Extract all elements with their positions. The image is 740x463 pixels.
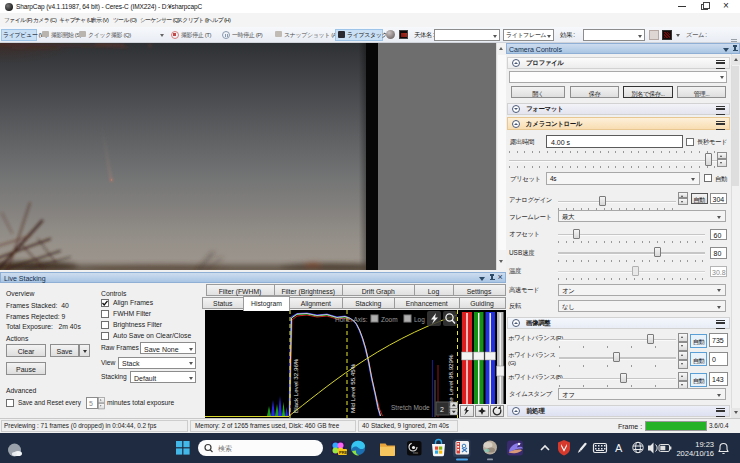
svg-text:Stretch Mode: Stretch Mode: [391, 404, 430, 411]
svg-text:Black Level 32.96%: Black Level 32.96%: [292, 358, 299, 413]
svg-text:2024/10/16: 2024/10/16: [676, 449, 714, 458]
svg-text:検索: 検索: [218, 445, 232, 452]
svg-text:Zoom: Zoom: [381, 316, 398, 323]
svg-text:Mid Level 55.45%: Mid Level 55.45%: [349, 363, 356, 413]
svg-text:Horiz. Axis:: Horiz. Axis:: [335, 316, 368, 323]
svg-text:Log: Log: [414, 316, 425, 324]
svg-text:neo: neo: [413, 451, 418, 455]
svg-text:PRE: PRE: [339, 450, 348, 455]
svg-text:2: 2: [440, 406, 444, 413]
svg-text:19:23: 19:23: [695, 440, 714, 449]
svg-text:A: A: [615, 442, 623, 454]
